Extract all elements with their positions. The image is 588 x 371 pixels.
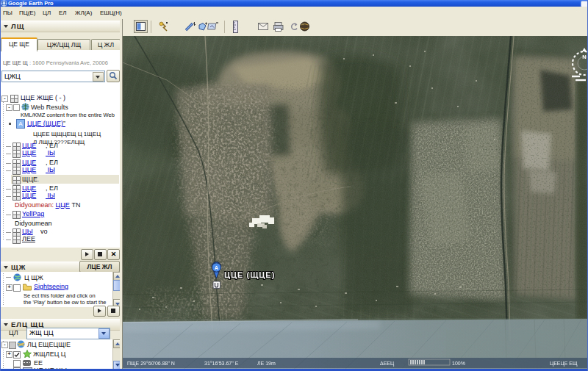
svg-text:ПЩЕ 29°60'06.88" N: ПЩЕ 29°60'06.88" N [127, 361, 175, 367]
svg-text:ΔЕЕЦ: ΔЕЕЦ [380, 361, 395, 367]
svg-text:A: A [215, 265, 218, 270]
svg-text:N: N [582, 54, 586, 60]
svg-text:ЦЦЕ (ЩЦЕ): ЦЦЕ (ЩЦЕ) [224, 270, 275, 279]
svg-text:31°16'53.67" E: 31°16'53.67" E [204, 361, 239, 366]
svg-text:100%: 100% [452, 361, 465, 366]
svg-text:ЦЕЕЦЕ ЕЩ: ЦЕЕЦЕ ЕЩ [550, 361, 578, 367]
svg-text:ЛЕ 19m: ЛЕ 19m [257, 361, 276, 366]
